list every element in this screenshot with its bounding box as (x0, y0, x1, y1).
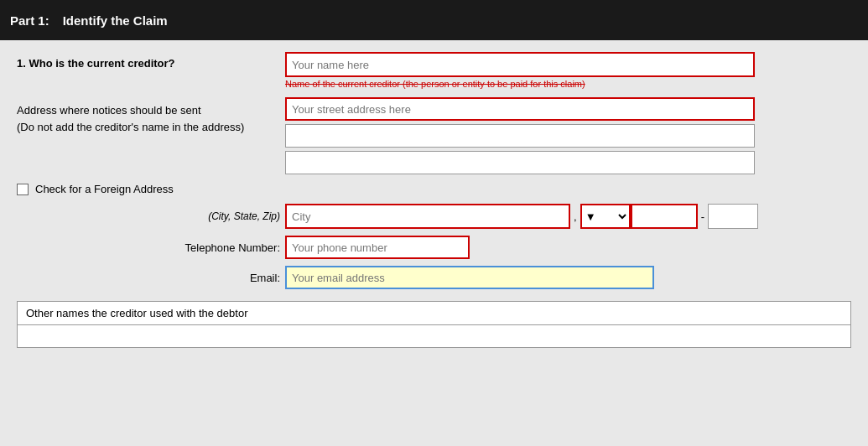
foreign-address-checkbox[interactable] (17, 184, 29, 195)
address-inputs (285, 97, 755, 174)
page: Part 1: Identify the Claim 1. Who is the… (0, 0, 868, 446)
street-address-input[interactable] (285, 97, 755, 121)
address-section: Address where notices should be sent (Do… (17, 97, 851, 174)
dash-separator: - (698, 210, 708, 223)
address-label-line2: (Do not add the creditor's name in the a… (17, 121, 244, 133)
city-input[interactable] (285, 204, 570, 229)
state-select[interactable]: ▼ AL AK AZ CA FL NY TX (580, 204, 631, 229)
zip1-input[interactable] (631, 204, 698, 229)
question1-input-col: Name of the current creditor (the person… (285, 52, 851, 89)
part-label: Part 1: (10, 13, 49, 28)
other-names-section: Other names the creditor used with the d… (17, 301, 851, 348)
comma-separator: , (570, 210, 580, 223)
city-state-row: (City, State, Zip) , ▼ AL AK AZ CA FL NY… (17, 204, 851, 229)
creditor-name-input[interactable] (285, 52, 755, 77)
address-line3-input[interactable] (285, 151, 755, 174)
other-names-input-row (18, 325, 850, 347)
address-line2-input[interactable] (285, 124, 755, 148)
email-input[interactable] (285, 266, 654, 289)
address-label-line1: Address where notices should be sent (17, 104, 201, 117)
part-header: Part 1: Identify the Claim (0, 0, 868, 40)
phone-input[interactable] (285, 236, 470, 259)
form-body: 1. Who is the current creditor? Name of … (0, 40, 868, 360)
phone-row: Telephone Number: (17, 236, 851, 259)
foreign-address-row: Check for a Foreign Address (17, 183, 851, 195)
question1-label: 1. Who is the current creditor? (17, 52, 285, 70)
foreign-address-label: Check for a Foreign Address (35, 183, 174, 195)
zip2-input[interactable] (708, 204, 758, 229)
city-state-label: (City, State, Zip) (17, 210, 285, 222)
question1-row: 1. Who is the current creditor? Name of … (17, 52, 851, 89)
email-row: Email: (17, 266, 851, 289)
other-names-header: Other names the creditor used with the d… (18, 302, 850, 325)
address-label: Address where notices should be sent (Do… (17, 97, 285, 135)
phone-label: Telephone Number: (17, 241, 285, 254)
name-helper-text: Name of the current creditor (the person… (285, 79, 851, 89)
part-title: Identify the Claim (63, 13, 168, 28)
email-label: Email: (17, 272, 285, 284)
